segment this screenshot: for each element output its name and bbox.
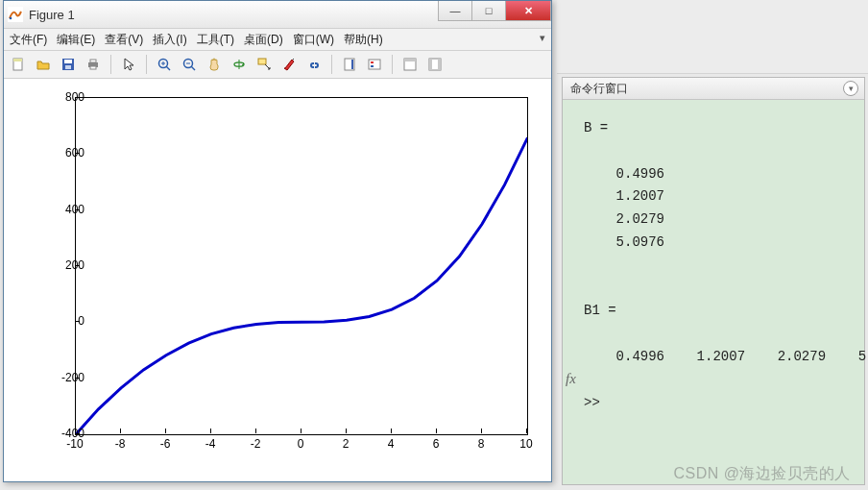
matlab-figure-icon (8, 7, 23, 22)
menu-file[interactable]: 文件(F) (10, 32, 47, 48)
x-tick-label: 4 (388, 437, 395, 451)
toolbar-separator (110, 55, 111, 74)
output-line: 5.0976 (584, 232, 855, 255)
figure-window: Figure 1 — □ ✕ 文件(F) 编辑(E) 查看(V) 插入(I) 工… (3, 0, 552, 482)
output-line: 0.4996 1.2007 2.0279 5.0976 (584, 346, 855, 369)
svg-rect-28 (438, 59, 441, 70)
zoom-out-icon[interactable] (179, 54, 200, 75)
toolbar-separator (331, 55, 332, 74)
new-file-icon[interactable] (8, 54, 29, 75)
command-window-header[interactable]: 命令行窗口 ▾ (563, 78, 864, 100)
svg-rect-27 (429, 59, 432, 70)
plot-area: -400-2000200400600800-10-8-6-4-20246810 (13, 82, 542, 472)
prompt: >> (584, 395, 600, 410)
output-line: B1 = (584, 300, 855, 323)
command-window-body[interactable]: B = 0.4996 1.2007 2.0279 5.0976 B1 = 0.4… (563, 100, 864, 485)
open-folder-icon[interactable] (33, 54, 54, 75)
zoom-in-icon[interactable] (154, 54, 175, 75)
output-line: B = (584, 117, 855, 140)
x-tick-label: 10 (519, 437, 532, 451)
menu-overflow-icon[interactable]: ▾ (540, 32, 545, 44)
svg-line-11 (166, 66, 170, 70)
rotate-3d-icon[interactable] (229, 54, 250, 75)
x-tick-label: -2 (251, 437, 261, 451)
svg-rect-8 (90, 60, 96, 62)
pointer-icon[interactable] (118, 54, 139, 75)
legend-icon[interactable] (364, 54, 385, 75)
svg-rect-22 (371, 61, 374, 63)
svg-rect-6 (65, 65, 71, 69)
svg-rect-23 (371, 65, 374, 67)
x-tick-label: -10 (66, 437, 83, 451)
svg-rect-3 (13, 59, 22, 61)
hide-plot-tools-icon[interactable] (399, 54, 421, 75)
svg-rect-18 (258, 59, 266, 64)
title-bar[interactable]: Figure 1 — □ ✕ (4, 1, 551, 29)
menu-insert[interactable]: 插入(I) (153, 32, 186, 48)
fx-icon[interactable]: fx (566, 367, 576, 392)
x-tick-label: -4 (205, 437, 216, 451)
menu-view[interactable]: 查看(V) (105, 32, 143, 48)
svg-rect-5 (64, 60, 72, 63)
x-tick-label: 6 (433, 437, 440, 451)
link-icon[interactable] (303, 54, 325, 75)
desktop-strip (557, 0, 868, 74)
toolbar-separator (146, 55, 147, 74)
save-icon[interactable] (58, 54, 79, 75)
menu-tools[interactable]: 工具(T) (197, 32, 234, 48)
window-buttons: — □ ✕ (439, 1, 551, 20)
show-plot-tools-icon[interactable] (424, 54, 446, 75)
menu-window[interactable]: 窗口(W) (293, 32, 334, 48)
minimize-button[interactable]: — (438, 1, 472, 21)
output-line: 1.2007 (584, 185, 855, 208)
svg-rect-21 (369, 60, 380, 69)
svg-rect-9 (90, 66, 96, 69)
menu-edit[interactable]: 编辑(E) (57, 32, 95, 48)
svg-line-15 (191, 66, 195, 70)
brush-icon[interactable] (278, 54, 300, 75)
axes[interactable] (75, 97, 528, 435)
svg-rect-25 (404, 59, 416, 61)
menu-bar: 文件(F) 编辑(E) 查看(V) 插入(I) 工具(T) 桌面(D) 窗口(W… (4, 29, 551, 51)
x-tick-label: 0 (298, 437, 304, 451)
maximize-button[interactable]: □ (471, 1, 506, 21)
figure-toolbar (4, 51, 551, 79)
x-tick-label: -6 (160, 437, 171, 451)
x-tick-label: -8 (115, 437, 126, 451)
command-window-panel: 命令行窗口 ▾ B = 0.4996 1.2007 2.0279 5.0976 … (562, 77, 865, 485)
panel-menu-icon[interactable]: ▾ (843, 81, 858, 96)
print-icon[interactable] (83, 54, 104, 75)
x-tick-label: 8 (478, 437, 485, 451)
x-tick-label: 2 (343, 437, 350, 451)
toolbar-separator (392, 55, 393, 74)
window-title: Figure 1 (29, 8, 75, 22)
pan-hand-icon[interactable] (204, 54, 225, 75)
svg-point-1 (10, 17, 12, 20)
output-line: 2.0279 (584, 208, 855, 232)
menu-desktop[interactable]: 桌面(D) (244, 32, 283, 48)
output-line: 0.4996 (584, 163, 855, 186)
data-cursor-icon[interactable] (253, 54, 275, 75)
close-button[interactable]: ✕ (505, 1, 551, 21)
colorbar-icon[interactable] (339, 54, 360, 75)
menu-help[interactable]: 帮助(H) (344, 32, 383, 48)
command-window-title: 命令行窗口 (570, 81, 628, 97)
svg-rect-20 (351, 60, 353, 69)
line-plot (76, 98, 527, 434)
